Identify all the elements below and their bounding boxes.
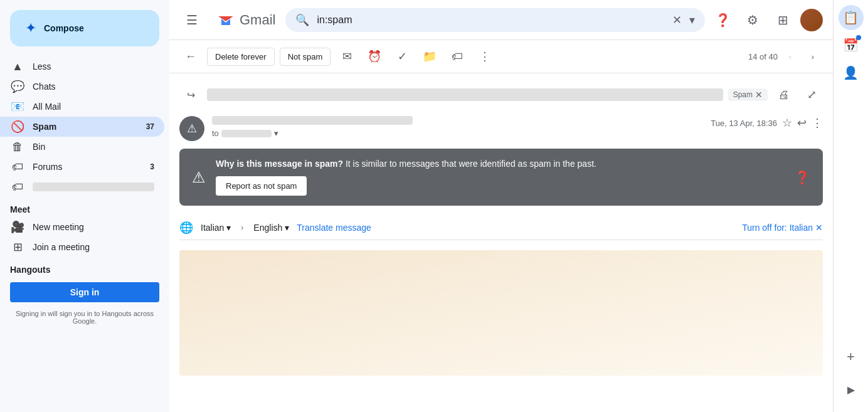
sidebar-item-less[interactable]: ▲ Less xyxy=(0,56,164,77)
right-panel-calendar-icon[interactable]: 📅 xyxy=(839,33,864,58)
hangouts-signin-note: Signing in will sign you in to Hangouts … xyxy=(0,307,169,327)
hangouts-signin-button[interactable]: Sign in xyxy=(10,282,159,302)
sender-info: to ▾ xyxy=(212,116,703,138)
turn-off-label: Turn off for: Italian xyxy=(742,223,813,233)
grid-icon: ⊞ xyxy=(10,240,25,254)
turn-off-close-icon[interactable]: ✕ xyxy=(815,223,823,233)
snooze-button[interactable]: ⏰ xyxy=(363,45,386,68)
to-lang-dropdown-icon: ▾ xyxy=(285,223,289,233)
topbar-right: ❓ ⚙ ⊞ xyxy=(710,8,823,33)
spam-warning-title: Why is this message in spam? It is simil… xyxy=(216,159,785,169)
translation-arrow-icon: › xyxy=(241,223,243,232)
bin-icon: 🗑 xyxy=(10,140,25,154)
sender-to: to ▾ xyxy=(212,129,703,138)
email-more-button[interactable]: ⋮ xyxy=(812,116,823,130)
spam-tag: Spam ✕ xyxy=(728,88,768,101)
email-date: Tue, 13 Apr, 18:36 ☆ ↩ ⋮ xyxy=(711,116,823,130)
sender-avatar: ⚠ xyxy=(179,116,204,141)
spam-tag-close[interactable]: ✕ xyxy=(755,90,763,100)
email-view: ↪ Spam ✕ 🖨 ⤢ ⚠ to ▾ Tue, 13 Apr, 18:36 xyxy=(169,73,833,412)
sidebar-item-join-meeting[interactable]: ⊞ Join a meeting xyxy=(0,237,164,257)
compose-icon: ✦ xyxy=(25,20,36,36)
sidebar-item-bin[interactable]: 🗑 Bin xyxy=(0,137,164,157)
join-meeting-label: Join a meeting xyxy=(33,242,154,252)
search-bar: 🔍 ✕ ▾ xyxy=(285,8,705,32)
compose-label: Compose xyxy=(44,23,84,33)
main-content: ☰ Gmail 🔍 ✕ ▾ ❓ ⚙ ⊞ ← Delete xyxy=(169,0,833,412)
sidebar-item-label-forums: Forums xyxy=(33,162,142,172)
hangouts-section-label: Hangouts xyxy=(0,257,169,277)
translate-message-link[interactable]: Translate message xyxy=(297,223,371,233)
sidebar-item-label-spam: Spam xyxy=(33,122,139,132)
email-subject-row: ↪ Spam ✕ 🖨 ⤢ xyxy=(179,83,823,106)
spam-help-icon[interactable]: ❓ xyxy=(795,170,810,185)
user-avatar[interactable] xyxy=(800,9,823,31)
search-dropdown-icon[interactable]: ▾ xyxy=(689,13,695,27)
star-button[interactable]: ☆ xyxy=(782,116,792,130)
translation-bar: 🌐 Italian ▾ › English ▾ Translate messag… xyxy=(179,216,823,240)
extra-icon: 🏷 xyxy=(10,181,25,194)
open-in-new-button[interactable]: ⤢ xyxy=(800,83,823,106)
chats-icon: 💬 xyxy=(10,80,25,93)
task-button[interactable]: ✓ xyxy=(391,45,413,68)
pagination-text: 14 of 40 xyxy=(748,52,778,61)
sidebar-item-forums[interactable]: 🏷 Forums 3 xyxy=(0,157,164,177)
sidebar-item-chats[interactable]: 💬 Chats xyxy=(0,77,164,97)
print-button[interactable]: 🖨 xyxy=(773,83,795,106)
allmail-icon: 📧 xyxy=(10,100,25,114)
to-language-label: English xyxy=(253,223,282,233)
sidebar-item-spam[interactable]: 🚫 Spam 37 xyxy=(0,117,164,137)
app-name-label: Gmail xyxy=(240,12,275,28)
delete-forever-button[interactable]: Delete forever xyxy=(207,48,275,66)
sidebar-item-extra[interactable]: 🏷 xyxy=(0,177,164,197)
forums-badge: 3 xyxy=(150,162,154,171)
back-button[interactable]: ← xyxy=(179,45,202,68)
email-icon-btn[interactable]: ✉ xyxy=(336,45,358,68)
right-panel-add-button[interactable]: + xyxy=(839,344,864,369)
turn-off-translation-link[interactable]: Turn off for: Italian ✕ xyxy=(742,223,823,233)
help-button[interactable]: ❓ xyxy=(710,8,735,33)
sidebar-item-label-chats: Chats xyxy=(33,82,154,92)
menu-button[interactable]: ☰ xyxy=(179,8,204,33)
sidebar-item-label-allmail: All Mail xyxy=(33,102,154,112)
sidebar-item-label-bin: Bin xyxy=(33,142,154,152)
folder-button[interactable]: 📁 xyxy=(418,45,441,68)
to-language-selector[interactable]: English ▾ xyxy=(251,221,292,234)
meet-section-label: Meet xyxy=(0,197,169,217)
clear-search-icon[interactable]: ✕ xyxy=(672,13,682,27)
spam-badge: 37 xyxy=(146,122,154,131)
next-page-button[interactable]: › xyxy=(803,46,823,66)
label-button[interactable]: 🏷 xyxy=(446,45,468,68)
right-panel-contacts-icon[interactable]: 👤 xyxy=(839,60,864,85)
warning-icon: ⚠ xyxy=(192,169,206,186)
settings-button[interactable]: ⚙ xyxy=(740,8,765,33)
report-not-spam-button[interactable]: Report as not spam xyxy=(216,176,307,196)
prev-page-button[interactable]: ‹ xyxy=(780,46,800,66)
search-icon: 🔍 xyxy=(295,13,309,27)
to-dropdown-icon[interactable]: ▾ xyxy=(274,129,278,138)
spam-warning-reason: It is similar to messages that were iden… xyxy=(346,159,596,169)
new-meeting-label: New meeting xyxy=(33,222,154,232)
reply-button[interactable]: ↩ xyxy=(797,116,807,130)
sidebar-item-allmail[interactable]: 📧 All Mail xyxy=(0,97,164,117)
delete-forever-label: Delete forever xyxy=(215,52,267,61)
sidebar-item-label-extra xyxy=(33,182,154,191)
sidebar-item-new-meeting[interactable]: 🎥 New meeting xyxy=(0,217,164,237)
search-input[interactable] xyxy=(317,14,665,26)
more-button[interactable]: ⋮ xyxy=(474,45,496,68)
spam-warning-box: ⚠ Why is this message in spam? It is sim… xyxy=(179,149,823,206)
from-language-label: Italian xyxy=(201,223,224,233)
translate-icon: 🌐 xyxy=(179,221,193,235)
to-value-blurred xyxy=(221,130,272,137)
email-toolbar: ← Delete forever Not spam ✉ ⏰ ✓ 📁 🏷 ⋮ 14… xyxy=(169,40,833,73)
not-spam-button[interactable]: Not spam xyxy=(280,48,331,66)
compose-button[interactable]: ✦ Compose xyxy=(10,10,159,46)
from-language-selector[interactable]: Italian ▾ xyxy=(198,221,233,234)
email-header: ⚠ to ▾ Tue, 13 Apr, 18:36 ☆ ↩ ⋮ xyxy=(179,116,823,141)
not-spam-label: Not spam xyxy=(288,52,323,61)
right-panel-tasks-icon[interactable]: 📋 xyxy=(839,5,864,30)
gmail-logo xyxy=(214,9,237,31)
right-panel-expand-button[interactable]: ▶ xyxy=(839,377,864,402)
apps-button[interactable]: ⊞ xyxy=(770,8,795,33)
video-icon: 🎥 xyxy=(10,220,25,234)
